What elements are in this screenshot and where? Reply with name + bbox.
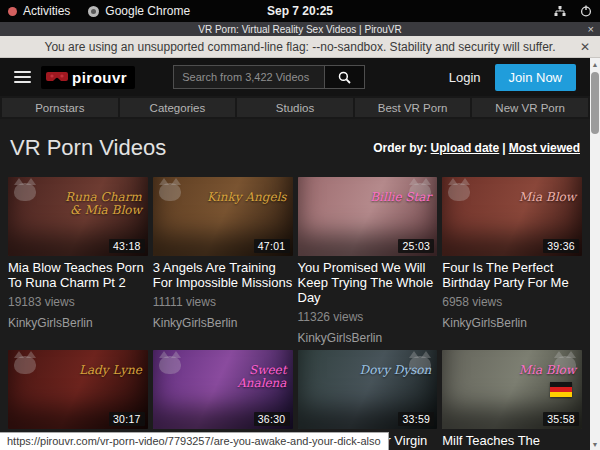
order-by: Order by: Upload date|Most viewed — [373, 141, 580, 155]
order-most-viewed-link[interactable]: Most viewed — [509, 141, 580, 155]
thumbnail-overlay-text: Sweet Analena — [200, 364, 287, 390]
join-now-button[interactable]: Join Now — [495, 64, 576, 91]
video-thumbnail[interactable]: Mia Blow 35:58 — [442, 350, 582, 429]
video-title[interactable]: Four Is The Perfect Birthday Party For M… — [442, 260, 582, 290]
scrollbar-down-icon[interactable]: ▼ — [590, 438, 600, 450]
video-card: Kinky Angels 47:01 3 Angels Are Training… — [153, 177, 293, 346]
search-input[interactable] — [173, 65, 325, 89]
studio-watermark-icon — [159, 356, 181, 374]
view-count: 11326 views — [298, 310, 438, 324]
thumbnail-overlay-text: Runa Charm & Mia Blow — [55, 191, 142, 217]
video-thumbnail[interactable]: Billie Star 25:03 — [298, 177, 438, 256]
vr-goggles-icon — [46, 71, 68, 83]
power-icon[interactable] — [580, 5, 592, 17]
duration-badge: 39:36 — [543, 239, 579, 253]
site-logo[interactable]: pirouvr — [41, 66, 135, 89]
duration-badge: 33:59 — [398, 412, 434, 426]
video-card: Mia Blow 35:58 Milf Teaches The Teacher … — [442, 350, 582, 450]
video-grid: Runa Charm & Mia Blow 43:18 Mia Blow Tea… — [8, 177, 582, 450]
activities-label: Activities — [23, 4, 70, 18]
studio-watermark-icon — [159, 183, 181, 201]
nav-item-studios[interactable]: Studios — [237, 98, 353, 117]
activities-button[interactable]: Activities — [8, 4, 70, 18]
system-top-bar: Activities Google Chrome Sep 7 20:25 — [0, 0, 600, 22]
page-title: VR Porn Videos — [10, 135, 166, 161]
scrollbar[interactable]: ▲ ▼ — [590, 58, 600, 450]
login-link[interactable]: Login — [449, 70, 481, 85]
search-icon — [338, 71, 351, 84]
site-logo-text: pirouvr — [72, 69, 127, 86]
studio-watermark-icon — [554, 356, 576, 374]
duration-badge: 35:58 — [543, 412, 579, 426]
german-flag-icon — [550, 382, 572, 397]
video-thumbnail[interactable]: Dovy Dyson 33:59 — [298, 350, 438, 429]
studio-watermark-icon — [409, 183, 431, 201]
scrollbar-thumb[interactable] — [591, 72, 599, 134]
infobar-message: You are using an unsupported command-lin… — [45, 40, 556, 54]
activities-indicator-icon — [8, 7, 17, 16]
video-card: Billie Star 25:03 You Promised We Will K… — [298, 177, 438, 346]
order-by-label: Order by: — [373, 141, 427, 155]
nav-item-best-vr[interactable]: Best VR Porn — [355, 98, 471, 117]
desktop: Activities Google Chrome Sep 7 20:25 — [0, 0, 600, 450]
app-menu-label: Google Chrome — [105, 4, 190, 18]
browser-viewport: pirouvr Login Join Now — [0, 58, 600, 450]
chrome-icon — [88, 6, 99, 17]
menu-hamburger-icon[interactable] — [14, 68, 31, 86]
video-thumbnail[interactable]: Mia Blow 39:36 — [442, 177, 582, 256]
video-card: Mia Blow 39:36 Four Is The Perfect Birth… — [442, 177, 582, 346]
studio-link[interactable]: KinkyGirlsBerlin — [8, 316, 93, 330]
main-nav: Pornstars Categories Studios Best VR Por… — [0, 96, 590, 119]
video-thumbnail[interactable]: Kinky Angels 47:01 — [153, 177, 293, 256]
order-upload-date-link[interactable]: Upload date — [431, 141, 500, 155]
site-header: pirouvr Login Join Now — [0, 58, 590, 96]
infobar-close-icon[interactable]: ✕ — [580, 40, 590, 54]
studio-link[interactable]: KinkyGirlsBerlin — [442, 316, 527, 330]
thumbnail-overlay-text: Mia Blow — [519, 191, 576, 204]
duration-badge: 36:30 — [254, 412, 290, 426]
content-area: VR Porn Videos Order by: Upload date|Mos… — [0, 119, 590, 450]
duration-badge: 47:01 — [254, 239, 290, 253]
video-title[interactable]: You Promised We Will Keep Trying The Who… — [298, 260, 438, 305]
chrome-infobar: You are using an unsupported command-lin… — [0, 36, 600, 58]
video-thumbnail[interactable]: Sweet Analena 36:30 — [153, 350, 293, 429]
scrollbar-up-icon[interactable]: ▲ — [590, 58, 600, 70]
web-page: pirouvr Login Join Now — [0, 58, 590, 450]
studio-link[interactable]: KinkyGirlsBerlin — [298, 331, 383, 345]
studio-watermark-icon — [14, 356, 36, 374]
duration-badge: 30:17 — [109, 412, 145, 426]
search-button[interactable] — [325, 65, 365, 89]
browser-tab-bar: VR Porn: Virtual Reality Sex Videos | Pi… — [0, 22, 600, 36]
video-title[interactable]: Mia Blow Teaches Porn To Runa Charm Pt 2 — [8, 260, 148, 290]
video-card: Runa Charm & Mia Blow 43:18 Mia Blow Tea… — [8, 177, 148, 346]
studio-watermark-icon — [448, 183, 470, 201]
nav-item-pornstars[interactable]: Pornstars — [2, 98, 118, 117]
duration-badge: 43:18 — [109, 239, 145, 253]
status-url-tooltip: https://pirouvr.com/vr-porn-video/779325… — [0, 432, 389, 450]
video-title[interactable]: 3 Angels Are Training For Impossible Mis… — [153, 260, 293, 290]
video-thumbnail[interactable]: Lady Lyne 30:17 — [8, 350, 148, 429]
tab-close-icon[interactable]: × — [588, 22, 594, 36]
studio-link[interactable]: KinkyGirlsBerlin — [153, 316, 238, 330]
view-count: 19183 views — [8, 295, 148, 309]
view-count: 6958 views — [442, 295, 582, 309]
studio-watermark-icon — [14, 183, 36, 201]
search-bar — [173, 65, 365, 89]
network-tray-icon[interactable] — [554, 6, 566, 17]
thumbnail-overlay-text: Kinky Angels — [207, 191, 287, 204]
studio-watermark-icon — [409, 356, 431, 374]
video-title[interactable]: Milf Teaches The Teacher Some Practical … — [442, 433, 582, 450]
view-count: 11111 views — [153, 295, 293, 309]
tab-title[interactable]: VR Porn: Virtual Reality Sex Videos | Pi… — [198, 24, 401, 35]
duration-badge: 25:03 — [398, 239, 434, 253]
thumbnail-overlay-text: Lady Lyne — [79, 364, 142, 377]
nav-item-new-vr[interactable]: New VR Porn — [472, 98, 588, 117]
app-menu-button[interactable]: Google Chrome — [88, 4, 190, 18]
nav-item-categories[interactable]: Categories — [120, 98, 236, 117]
video-thumbnail[interactable]: Runa Charm & Mia Blow 43:18 — [8, 177, 148, 256]
